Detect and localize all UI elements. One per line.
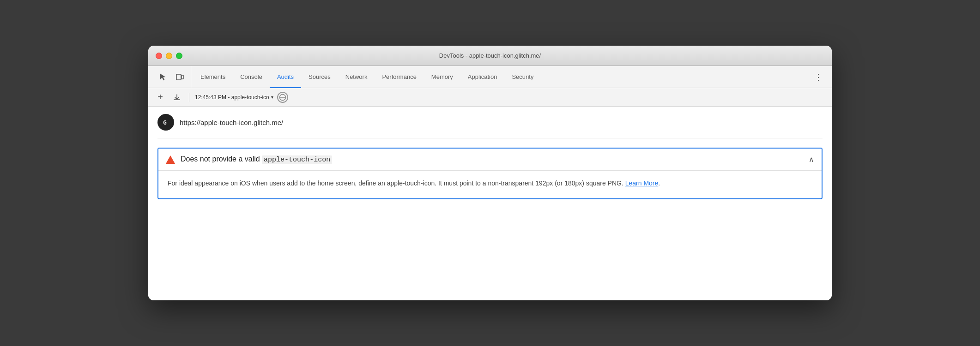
tab-console[interactable]: Console <box>233 66 270 88</box>
svg-text:G: G <box>163 119 167 126</box>
more-tabs-button[interactable]: ⋮ <box>809 66 828 88</box>
maximize-button[interactable] <box>176 53 182 59</box>
tab-security[interactable]: Security <box>504 66 541 88</box>
devtools-window: DevTools - apple-touch-icon.glitch.me/ E… <box>148 46 832 300</box>
toolbar-icon-group <box>152 66 191 88</box>
select-element-button[interactable] <box>156 70 170 84</box>
audit-title-code: apple-touch-icon <box>262 155 332 164</box>
download-button[interactable] <box>170 91 183 104</box>
subbar-separator <box>189 93 189 102</box>
download-icon <box>173 93 181 101</box>
audit-card-body: For ideal appearance on iOS when users a… <box>158 170 822 198</box>
audit-description-text: For ideal appearance on iOS when users a… <box>168 179 625 187</box>
audit-session-dropdown[interactable]: 12:45:43 PM - apple-touch-ico ▾ <box>195 94 273 101</box>
subbar: + 12:45:43 PM - apple-touch-ico ▾ <box>148 88 832 107</box>
learn-more-link[interactable]: Learn More <box>625 179 659 187</box>
audit-description-period: . <box>658 179 660 187</box>
add-audit-button[interactable]: + <box>154 91 167 104</box>
main-content: G https://apple-touch-icon.glitch.me/ Do… <box>148 107 832 300</box>
device-toolbar-button[interactable] <box>172 70 187 84</box>
divider <box>157 138 823 138</box>
audit-title: Does not provide a valid apple-touch-ico… <box>181 155 332 164</box>
audit-header-left: Does not provide a valid apple-touch-ico… <box>166 155 332 164</box>
minimize-button[interactable] <box>166 53 172 59</box>
svg-rect-1 <box>181 75 183 79</box>
tab-sources[interactable]: Sources <box>301 66 338 88</box>
url-bar: G https://apple-touch-icon.glitch.me/ <box>157 114 823 131</box>
tab-memory[interactable]: Memory <box>424 66 460 88</box>
traffic-lights <box>156 53 182 59</box>
chevron-up-icon: ∧ <box>809 155 814 164</box>
glitch-logo-icon: G <box>161 117 171 127</box>
title-bar: DevTools - apple-touch-icon.glitch.me/ <box>148 46 832 66</box>
svg-rect-0 <box>176 74 181 80</box>
site-icon: G <box>157 114 174 131</box>
close-button[interactable] <box>156 53 162 59</box>
tab-application[interactable]: Application <box>460 66 505 88</box>
toolbar: Elements Console Audits Sources Network … <box>148 66 832 88</box>
audit-card-header[interactable]: Does not provide a valid apple-touch-ico… <box>158 149 822 170</box>
page-url: https://apple-touch-icon.glitch.me/ <box>180 119 283 126</box>
tab-performance[interactable]: Performance <box>375 66 423 88</box>
cursor-icon <box>159 73 167 81</box>
no-entry-icon <box>277 92 288 103</box>
audit-title-prefix: Does not provide a valid <box>181 155 262 163</box>
window-title: DevTools - apple-touch-icon.glitch.me/ <box>439 52 541 59</box>
tab-audits[interactable]: Audits <box>270 66 301 88</box>
warning-triangle-icon <box>166 155 175 164</box>
tabs-container: Elements Console Audits Sources Network … <box>193 66 809 88</box>
audit-card: Does not provide a valid apple-touch-ico… <box>157 148 823 199</box>
tab-network[interactable]: Network <box>338 66 375 88</box>
audit-description: For ideal appearance on iOS when users a… <box>168 178 812 189</box>
tab-elements[interactable]: Elements <box>193 66 233 88</box>
device-icon <box>175 73 184 81</box>
